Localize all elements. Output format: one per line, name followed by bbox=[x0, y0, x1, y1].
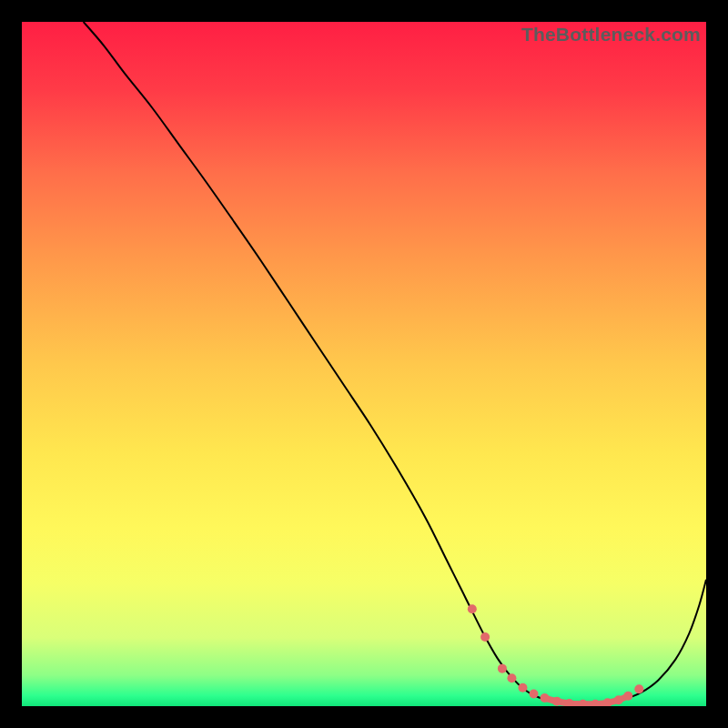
optimal-range-dot bbox=[634, 684, 643, 693]
gradient-background bbox=[22, 22, 706, 706]
optimal-range-dot bbox=[623, 692, 632, 701]
plot-area: TheBottleneck.com bbox=[22, 22, 706, 706]
optimal-range-dot bbox=[530, 689, 539, 698]
optimal-range-dot bbox=[507, 673, 516, 682]
optimal-range-dot bbox=[468, 604, 477, 613]
optimal-range-dot bbox=[518, 683, 527, 693]
optimal-range-dot bbox=[614, 695, 623, 704]
optimal-range-dot bbox=[552, 697, 561, 706]
optimal-range-dot bbox=[498, 664, 507, 673]
chart-svg bbox=[22, 22, 706, 706]
optimal-range-dot bbox=[541, 693, 550, 703]
optimal-range-dot bbox=[480, 632, 490, 642]
watermark-text: TheBottleneck.com bbox=[521, 24, 701, 46]
chart-frame: TheBottleneck.com bbox=[0, 0, 728, 728]
